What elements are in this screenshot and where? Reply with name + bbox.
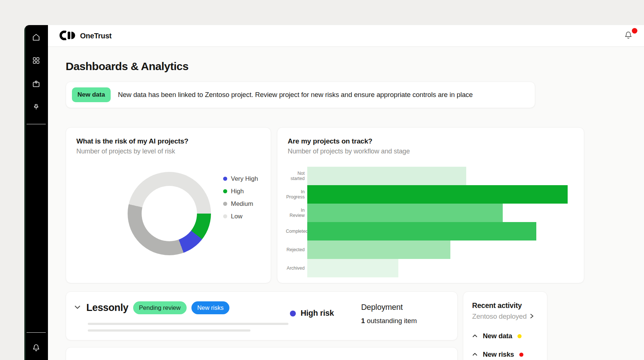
bar bbox=[307, 185, 568, 204]
chevron-down-icon bbox=[74, 304, 81, 312]
sidebar-item-projects[interactable] bbox=[29, 77, 44, 91]
activity-label: New data bbox=[483, 332, 512, 340]
brand-name: OneTrust bbox=[80, 32, 111, 40]
bar-label: Not started bbox=[286, 171, 307, 181]
risk-indicator: High risk bbox=[290, 309, 334, 318]
bar-row: Archived bbox=[286, 259, 568, 277]
legend-label: Low bbox=[231, 213, 242, 220]
sidebar-item-home[interactable] bbox=[29, 31, 44, 44]
sidebar-item-pinned[interactable] bbox=[29, 101, 44, 114]
activity-item[interactable]: New risks bbox=[472, 350, 538, 359]
projects-row: Lessonly Pending review New risks High r… bbox=[66, 291, 644, 360]
bar bbox=[307, 240, 450, 259]
main-content: Dashboards & Analytics New data New data… bbox=[48, 47, 644, 360]
charts-row: What is the risk of my AI projects? Numb… bbox=[66, 127, 644, 283]
sidebar-divider bbox=[27, 124, 46, 124]
sidebar-divider bbox=[27, 332, 46, 333]
notifications-button[interactable] bbox=[622, 30, 634, 42]
next-project-card bbox=[66, 347, 458, 360]
chevron-up-icon bbox=[472, 351, 478, 358]
expand-project-button[interactable] bbox=[73, 304, 82, 312]
apps-grid-icon bbox=[32, 56, 40, 66]
sidebar bbox=[24, 25, 48, 360]
bar-label: Rejected bbox=[286, 247, 307, 252]
outstanding-items: 1 outstanding item bbox=[361, 317, 417, 325]
page-title: Dashboards & Analytics bbox=[66, 60, 644, 73]
app-window: OneTrust Dashboards & Analytics New data… bbox=[0, 0, 644, 360]
workflow-chart-card: Are my projects on track? Number of proj… bbox=[277, 127, 584, 283]
chart-subtitle: Number of projects by workflow and stage bbox=[288, 148, 574, 155]
legend-item: Very High bbox=[223, 175, 258, 183]
bar-label: Archived bbox=[286, 266, 307, 271]
sidebar-item-apps[interactable] bbox=[29, 54, 44, 68]
new-risks-badge[interactable]: New risks bbox=[191, 301, 230, 314]
bar-chart: Not started In Progress In Review Comple… bbox=[286, 167, 568, 277]
risk-label: High risk bbox=[301, 309, 334, 318]
project-name[interactable]: Lessonly bbox=[86, 302, 128, 314]
skeleton-line bbox=[88, 323, 288, 325]
bar-row: Completed bbox=[286, 222, 568, 240]
pin-icon bbox=[32, 103, 40, 112]
bar-row: In Progress bbox=[286, 185, 568, 204]
bar bbox=[307, 167, 466, 185]
banner-badge: New data bbox=[72, 87, 111, 102]
notification-banner: New data New data has been linked to Zen… bbox=[66, 82, 535, 108]
header: OneTrust bbox=[48, 25, 644, 47]
skeleton-line bbox=[88, 329, 250, 332]
legend-item: High bbox=[223, 187, 258, 195]
legend-dot bbox=[223, 177, 227, 181]
chevron-up-icon bbox=[472, 333, 478, 339]
bar-row: Not started bbox=[286, 167, 568, 185]
donut-chart bbox=[128, 172, 211, 255]
activity-list: New data New risks bbox=[472, 332, 538, 359]
stage-column: Deployment 1 outstanding item bbox=[361, 303, 417, 325]
bar-row: In Review bbox=[286, 204, 568, 222]
donut-hole bbox=[142, 186, 197, 241]
notification-dot bbox=[632, 28, 637, 34]
chart-legend: Very High High Medium Low bbox=[223, 175, 258, 225]
activity-title: Recent activity bbox=[472, 301, 538, 310]
bar-label: Completed bbox=[286, 229, 307, 234]
onetrust-logo-icon bbox=[59, 31, 76, 41]
bar bbox=[307, 204, 503, 222]
home-icon bbox=[32, 33, 41, 43]
banner-message: New data has been linked to Zentoso proj… bbox=[118, 91, 473, 99]
activity-label: New risks bbox=[483, 350, 514, 359]
legend-item: Low bbox=[223, 212, 258, 220]
status-badge: Pending review bbox=[133, 301, 187, 314]
project-row: Lessonly Pending review New risks High r… bbox=[66, 291, 458, 340]
bar bbox=[307, 222, 536, 240]
activity-item[interactable]: New data bbox=[472, 332, 538, 340]
bar-label: In Progress bbox=[286, 189, 307, 200]
activity-link[interactable]: Zentoso deployed bbox=[472, 312, 534, 321]
brand[interactable]: OneTrust bbox=[59, 31, 111, 41]
recent-activity-panel: Recent activity Zentoso deployed New dat… bbox=[463, 291, 547, 360]
legend-dot bbox=[223, 189, 227, 193]
activity-dot bbox=[519, 353, 523, 357]
chart-title: What is the risk of my AI projects? bbox=[76, 137, 260, 145]
bar bbox=[307, 259, 398, 277]
chart-title: Are my projects on track? bbox=[288, 137, 574, 145]
legend-label: Medium bbox=[231, 200, 253, 208]
risk-dot bbox=[290, 311, 296, 316]
legend-dot bbox=[223, 202, 227, 206]
legend-item: Medium bbox=[223, 200, 258, 208]
chart-subtitle: Number of projects by level of risk bbox=[76, 148, 260, 155]
chevron-right-icon bbox=[529, 313, 534, 320]
bar-row: Rejected bbox=[286, 240, 568, 259]
bell-icon bbox=[32, 343, 41, 353]
risk-chart-card: What is the risk of my AI projects? Numb… bbox=[66, 127, 271, 283]
bell-icon bbox=[624, 31, 633, 41]
bar-label: In Review bbox=[286, 208, 307, 218]
legend-label: High bbox=[231, 188, 244, 195]
sidebar-item-notifications[interactable] bbox=[29, 342, 44, 355]
briefcase-icon bbox=[32, 79, 41, 89]
legend-label: Very High bbox=[231, 175, 258, 183]
stage-label: Deployment bbox=[361, 303, 417, 312]
legend-dot bbox=[223, 214, 227, 218]
activity-dot bbox=[517, 334, 522, 338]
